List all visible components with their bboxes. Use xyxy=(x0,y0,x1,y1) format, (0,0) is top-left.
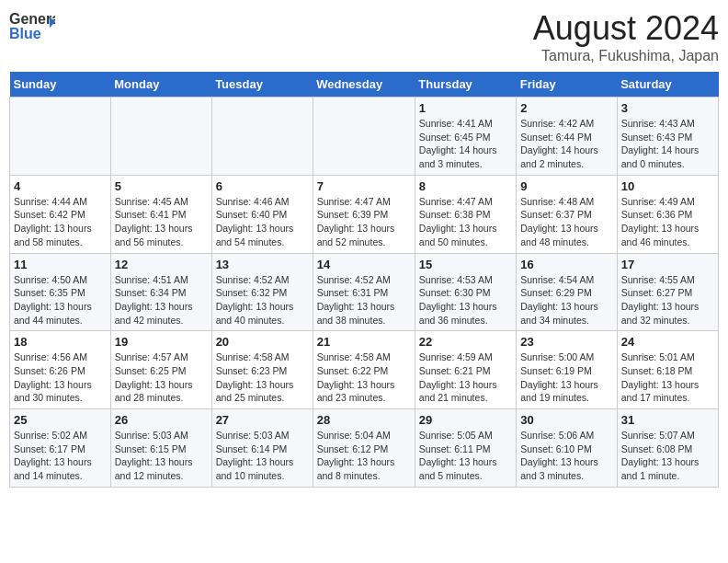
calendar-cell: 13Sunrise: 4:52 AMSunset: 6:32 PMDayligh… xyxy=(211,253,313,331)
calendar-cell: 26Sunrise: 5:03 AMSunset: 6:15 PMDayligh… xyxy=(110,409,211,488)
calendar-cell: 25Sunrise: 5:02 AMSunset: 6:17 PMDayligh… xyxy=(10,409,111,488)
day-info: Sunrise: 4:47 AMSunset: 6:38 PMDaylight:… xyxy=(419,195,512,249)
day-info: Sunrise: 4:44 AMSunset: 6:42 PMDaylight:… xyxy=(14,195,107,249)
calendar-week-row: 18Sunrise: 4:56 AMSunset: 6:26 PMDayligh… xyxy=(10,331,719,409)
calendar-table: SundayMondayTuesdayWednesdayThursdayFrid… xyxy=(9,72,719,488)
logo-icon: General Blue xyxy=(9,9,46,35)
day-number: 31 xyxy=(621,413,714,427)
day-info: Sunrise: 4:48 AMSunset: 6:37 PMDaylight:… xyxy=(520,195,612,249)
day-number: 2 xyxy=(520,101,612,115)
day-info: Sunrise: 4:43 AMSunset: 6:43 PMDaylight:… xyxy=(621,117,714,171)
calendar-cell: 5Sunrise: 4:45 AMSunset: 6:41 PMDaylight… xyxy=(110,175,211,253)
svg-text:General: General xyxy=(9,11,55,27)
calendar-cell xyxy=(313,98,415,176)
calendar-cell: 24Sunrise: 5:01 AMSunset: 6:18 PMDayligh… xyxy=(617,331,718,409)
day-of-week-header: Friday xyxy=(517,72,617,98)
day-of-week-header: Thursday xyxy=(415,72,516,98)
day-number: 10 xyxy=(621,179,714,193)
day-number: 16 xyxy=(520,258,612,271)
day-number: 1 xyxy=(419,101,512,115)
calendar-cell: 15Sunrise: 4:53 AMSunset: 6:30 PMDayligh… xyxy=(415,253,516,331)
day-number: 25 xyxy=(14,413,107,427)
calendar-cell xyxy=(211,98,313,176)
day-of-week-header: Tuesday xyxy=(211,72,313,98)
logo: General Blue xyxy=(9,9,46,37)
calendar-cell: 21Sunrise: 4:58 AMSunset: 6:22 PMDayligh… xyxy=(313,331,415,409)
day-number: 28 xyxy=(317,413,411,427)
day-of-week-header: Sunday xyxy=(10,72,111,98)
day-number: 30 xyxy=(520,413,612,427)
day-number: 12 xyxy=(115,258,208,271)
calendar-cell: 4Sunrise: 4:44 AMSunset: 6:42 PMDaylight… xyxy=(10,175,111,253)
calendar-cell: 1Sunrise: 4:41 AMSunset: 6:45 PMDaylight… xyxy=(415,98,516,176)
day-info: Sunrise: 4:55 AMSunset: 6:27 PMDaylight:… xyxy=(621,273,714,327)
day-info: Sunrise: 4:51 AMSunset: 6:34 PMDaylight:… xyxy=(115,273,208,327)
calendar-cell: 23Sunrise: 5:00 AMSunset: 6:19 PMDayligh… xyxy=(517,331,617,409)
calendar-cell: 30Sunrise: 5:06 AMSunset: 6:10 PMDayligh… xyxy=(517,409,617,488)
day-info: Sunrise: 5:02 AMSunset: 6:17 PMDaylight:… xyxy=(14,429,107,483)
calendar-cell xyxy=(110,98,211,176)
day-number: 6 xyxy=(216,179,309,193)
calendar-cell: 31Sunrise: 5:07 AMSunset: 6:08 PMDayligh… xyxy=(617,409,718,488)
calendar-cell: 9Sunrise: 4:48 AMSunset: 6:37 PMDaylight… xyxy=(517,175,617,253)
day-info: Sunrise: 5:00 AMSunset: 6:19 PMDaylight:… xyxy=(520,350,612,405)
day-number: 22 xyxy=(419,335,512,349)
calendar-cell: 17Sunrise: 4:55 AMSunset: 6:27 PMDayligh… xyxy=(617,253,718,331)
calendar-cell: 7Sunrise: 4:47 AMSunset: 6:39 PMDaylight… xyxy=(313,175,415,253)
day-info: Sunrise: 4:41 AMSunset: 6:45 PMDaylight:… xyxy=(419,117,512,171)
day-info: Sunrise: 5:07 AMSunset: 6:08 PMDaylight:… xyxy=(621,429,714,483)
calendar-cell: 29Sunrise: 5:05 AMSunset: 6:11 PMDayligh… xyxy=(415,409,516,488)
calendar-cell: 6Sunrise: 4:46 AMSunset: 6:40 PMDaylight… xyxy=(211,175,313,253)
calendar-cell: 16Sunrise: 4:54 AMSunset: 6:29 PMDayligh… xyxy=(517,253,617,331)
calendar-cell: 2Sunrise: 4:42 AMSunset: 6:44 PMDaylight… xyxy=(517,98,617,176)
day-info: Sunrise: 4:52 AMSunset: 6:32 PMDaylight:… xyxy=(216,273,309,327)
day-number: 29 xyxy=(419,413,512,427)
calendar-title: August 2024 xyxy=(533,9,719,48)
calendar-cell: 12Sunrise: 4:51 AMSunset: 6:34 PMDayligh… xyxy=(110,253,211,331)
day-info: Sunrise: 4:53 AMSunset: 6:30 PMDaylight:… xyxy=(419,273,512,327)
day-info: Sunrise: 4:58 AMSunset: 6:23 PMDaylight:… xyxy=(216,350,309,405)
day-number: 21 xyxy=(317,335,411,349)
calendar-week-row: 1Sunrise: 4:41 AMSunset: 6:45 PMDaylight… xyxy=(10,98,719,176)
day-number: 7 xyxy=(317,179,411,193)
day-number: 20 xyxy=(216,335,309,349)
calendar-week-row: 25Sunrise: 5:02 AMSunset: 6:17 PMDayligh… xyxy=(10,409,719,488)
day-info: Sunrise: 5:03 AMSunset: 6:15 PMDaylight:… xyxy=(115,429,208,483)
day-number: 3 xyxy=(621,101,714,115)
calendar-cell: 20Sunrise: 4:58 AMSunset: 6:23 PMDayligh… xyxy=(211,331,313,409)
day-info: Sunrise: 5:05 AMSunset: 6:11 PMDaylight:… xyxy=(419,429,512,483)
calendar-week-row: 4Sunrise: 4:44 AMSunset: 6:42 PMDaylight… xyxy=(10,175,719,253)
calendar-cell: 22Sunrise: 4:59 AMSunset: 6:21 PMDayligh… xyxy=(415,331,516,409)
day-info: Sunrise: 4:49 AMSunset: 6:36 PMDaylight:… xyxy=(621,195,714,249)
page-header: General Blue August 2024 Tamura, Fukushi… xyxy=(9,9,719,64)
day-number: 15 xyxy=(419,258,512,271)
day-info: Sunrise: 4:52 AMSunset: 6:31 PMDaylight:… xyxy=(317,273,411,327)
calendar-cell: 3Sunrise: 4:43 AMSunset: 6:43 PMDaylight… xyxy=(617,98,718,176)
calendar-subtitle: Tamura, Fukushima, Japan xyxy=(533,48,719,64)
calendar-body: 1Sunrise: 4:41 AMSunset: 6:45 PMDaylight… xyxy=(10,98,719,488)
calendar-cell: 19Sunrise: 4:57 AMSunset: 6:25 PMDayligh… xyxy=(110,331,211,409)
day-info: Sunrise: 4:50 AMSunset: 6:35 PMDaylight:… xyxy=(14,273,107,327)
day-info: Sunrise: 4:45 AMSunset: 6:41 PMDaylight:… xyxy=(115,195,208,249)
title-block: August 2024 Tamura, Fukushima, Japan xyxy=(533,9,719,64)
calendar-week-row: 11Sunrise: 4:50 AMSunset: 6:35 PMDayligh… xyxy=(10,253,719,331)
day-of-week-header: Saturday xyxy=(617,72,718,98)
calendar-cell: 18Sunrise: 4:56 AMSunset: 6:26 PMDayligh… xyxy=(10,331,111,409)
day-info: Sunrise: 5:04 AMSunset: 6:12 PMDaylight:… xyxy=(317,429,411,483)
day-number: 13 xyxy=(216,258,309,271)
calendar-cell: 10Sunrise: 4:49 AMSunset: 6:36 PMDayligh… xyxy=(617,175,718,253)
day-info: Sunrise: 5:01 AMSunset: 6:18 PMDaylight:… xyxy=(621,350,714,405)
calendar-cell: 14Sunrise: 4:52 AMSunset: 6:31 PMDayligh… xyxy=(313,253,415,331)
day-number: 8 xyxy=(419,179,512,193)
day-info: Sunrise: 4:47 AMSunset: 6:39 PMDaylight:… xyxy=(317,195,411,249)
day-of-week-header: Monday xyxy=(110,72,211,98)
day-number: 17 xyxy=(621,258,714,271)
day-number: 5 xyxy=(115,179,208,193)
calendar-cell xyxy=(10,98,111,176)
day-number: 26 xyxy=(115,413,208,427)
day-info: Sunrise: 5:06 AMSunset: 6:10 PMDaylight:… xyxy=(520,429,612,483)
day-info: Sunrise: 4:58 AMSunset: 6:22 PMDaylight:… xyxy=(317,350,411,405)
day-number: 9 xyxy=(520,179,612,193)
day-number: 11 xyxy=(14,258,107,271)
calendar-cell: 8Sunrise: 4:47 AMSunset: 6:38 PMDaylight… xyxy=(415,175,516,253)
